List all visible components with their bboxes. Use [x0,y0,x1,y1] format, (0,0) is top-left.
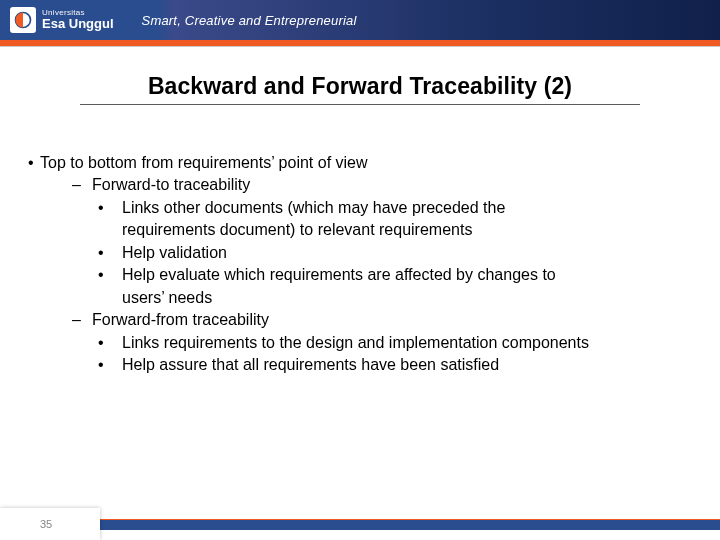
footer-nav-bar [0,520,720,530]
logo-text-main: Esa Unggul [42,17,114,31]
bullet-text: Help assure that all requirements have b… [122,356,499,373]
bullet-text: Links other documents (which may have pr… [122,199,505,216]
bullet-l3: •Links other documents (which may have p… [110,198,718,218]
bullet-text: Links requirements to the design and imp… [122,334,589,351]
logo-icon [10,7,36,33]
bullet-l3: •Help assure that all requirements have … [110,355,718,375]
slide-footer: 35 [0,506,720,540]
logo: Universitas Esa Unggul [0,0,114,40]
logo-text: Universitas Esa Unggul [42,9,114,31]
bullet-l2: –Forward-from traceability [72,310,718,330]
bullet-l3: •Help validation [110,243,718,263]
bullet-text: Top to bottom from requirements’ point o… [40,154,368,171]
slide-title: Backward and Forward Traceability (2) [0,73,720,100]
bullet-l3: •Help evaluate which requirements are af… [110,265,718,285]
bullet-text: Help evaluate which requirements are aff… [122,266,556,283]
bullet-text: users’ needs [122,289,212,306]
logo-text-small: Universitas [42,9,114,17]
title-underline [80,104,640,105]
bullet-l1: •Top to bottom from requirements’ point … [28,153,718,173]
bullet-l2: –Forward-to traceability [72,175,718,195]
page-number: 35 [40,518,52,530]
title-area: Backward and Forward Traceability (2) [0,47,720,113]
bullet-text: Forward-to traceability [92,176,250,193]
bullet-l3-cont: users’ needs [110,288,718,308]
bullet-text: Forward-from traceability [92,311,269,328]
slide-header: Universitas Esa Unggul Smart, Creative a… [0,0,720,40]
bullet-text: requirements document) to relevant requi… [122,221,472,238]
slide-body: •Top to bottom from requirements’ point … [0,113,720,376]
bullet-text: Help validation [122,244,227,261]
bullet-l3-cont: requirements document) to relevant requi… [110,220,718,240]
header-tagline: Smart, Creative and Entrepreneurial [142,13,357,28]
bullet-l3: •Links requirements to the design and im… [110,333,718,353]
